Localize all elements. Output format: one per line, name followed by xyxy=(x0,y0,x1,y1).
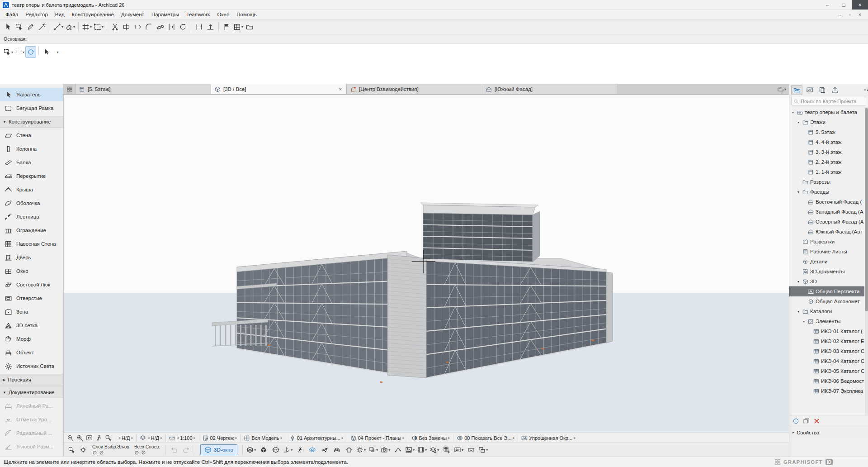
zoom-select-button[interactable] xyxy=(104,434,113,443)
chevron-right-icon[interactable]: ▸ xyxy=(513,436,514,440)
chevron-down-icon[interactable]: ▾ xyxy=(796,190,801,194)
tool-beam[interactable]: Балка xyxy=(0,156,63,169)
project-map-button[interactable] xyxy=(791,85,802,95)
tool-dim-radial[interactable]: Радиальный ... xyxy=(0,426,63,440)
view-option[interactable]: Без Замены▸ xyxy=(410,435,452,441)
tree-item[interactable]: ИКЭ-02 Каталог Е xyxy=(789,336,864,346)
tool-dim-angle[interactable]: Угловой Разм... xyxy=(0,440,63,453)
tree-scrollbar[interactable] xyxy=(865,107,868,415)
tool-slab[interactable]: Перекрытие xyxy=(0,169,63,183)
tree-item[interactable]: ▾3D xyxy=(789,276,864,286)
view-option[interactable]: 04 Проект - Планы▸ xyxy=(349,435,406,441)
menu-item-9[interactable]: Помощь xyxy=(233,12,260,17)
fill-tool-button[interactable]: ▾ xyxy=(64,21,76,33)
tree-item[interactable]: Детали xyxy=(789,257,864,267)
chevron-right-icon[interactable]: ▸ xyxy=(342,436,344,440)
marquee-cursor-button[interactable] xyxy=(14,21,25,33)
chevron-down-icon[interactable]: ▾ xyxy=(796,310,801,314)
tool-roof[interactable]: Крыша xyxy=(0,183,63,196)
chevron-right-icon[interactable]: ▸ xyxy=(448,436,450,440)
close-button[interactable]: × xyxy=(852,0,868,10)
zoom-select-button[interactable] xyxy=(66,444,77,456)
cube-wire-button[interactable]: ▾ xyxy=(246,444,257,456)
tool-dim-linear[interactable]: Линейный Ра... xyxy=(0,399,63,413)
walk-person-button[interactable] xyxy=(295,444,306,456)
snap-cursor-button[interactable] xyxy=(78,444,89,456)
chevron-down-icon[interactable]: ▾ xyxy=(796,280,801,284)
tool-skylight[interactable]: Световой Люк xyxy=(0,278,63,291)
trim-button[interactable] xyxy=(109,21,121,33)
chevron-down-icon[interactable]: ▾ xyxy=(796,120,801,124)
tree-item[interactable]: ИКЭ-06 Ведомост xyxy=(789,376,864,386)
mdi-restore-button[interactable]: ▫ xyxy=(845,12,854,17)
dim-ref-button[interactable] xyxy=(205,21,216,33)
tool-cursor[interactable]: Указатель xyxy=(0,88,63,101)
line-tool-button[interactable]: ▾ xyxy=(52,21,64,33)
delete-button[interactable] xyxy=(813,418,820,424)
menu-item-6[interactable]: Параметры xyxy=(148,12,183,17)
tab-2[interactable]: [3D / Все]× xyxy=(211,84,347,94)
fillet-button[interactable] xyxy=(143,21,155,33)
cursor-button[interactable] xyxy=(2,21,14,33)
tree-item[interactable]: Общая Аксономет xyxy=(789,296,864,306)
tool-wall[interactable]: Стена xyxy=(0,129,63,142)
menu-item-3[interactable]: Вид xyxy=(52,12,68,17)
tool-zone[interactable]: Зона xyxy=(0,305,63,319)
tool-column[interactable]: Колонна xyxy=(0,142,63,156)
tree-item[interactable]: 1. 1-й этаж xyxy=(789,167,864,177)
chevron-down-icon[interactable]: ▾ xyxy=(802,319,806,324)
zoom-in-button[interactable] xyxy=(75,434,85,443)
tool-opening[interactable]: Отверстие xyxy=(0,291,63,305)
chevron-right-icon[interactable]: ▸ xyxy=(131,436,133,440)
dim-grid-button[interactable] xyxy=(193,21,205,33)
align-button[interactable] xyxy=(166,21,177,33)
eye-view-button[interactable] xyxy=(307,444,318,456)
tool-marquee[interactable]: Бегущая Рамка xyxy=(0,101,63,115)
tool-object[interactable]: Объект xyxy=(0,346,63,359)
adjust-button[interactable] xyxy=(132,21,143,33)
search-input[interactable] xyxy=(801,99,864,104)
tool-dim-level[interactable]: Отметка Уро... xyxy=(0,413,63,426)
view-option[interactable]: 01 Архитектурны...▸ xyxy=(288,435,345,441)
cube-solid-button[interactable] xyxy=(258,444,269,456)
chevron-right-icon[interactable]: ▸ xyxy=(574,436,576,440)
undo-button[interactable] xyxy=(169,444,179,456)
pencil-button[interactable] xyxy=(25,21,36,33)
tab-1[interactable]: [5. 5этаж] xyxy=(75,84,211,94)
zoom-out-button[interactable] xyxy=(66,434,75,443)
3d-window-button[interactable]: 3D-окно xyxy=(200,444,237,455)
chevron-right-icon[interactable]: ▸ xyxy=(194,436,196,440)
tree-item[interactable]: Развертки xyxy=(789,237,864,247)
add-viewpoint-button[interactable] xyxy=(793,418,799,424)
tool-morph[interactable]: Морф xyxy=(0,332,63,346)
minimize-button[interactable]: – xyxy=(819,0,835,10)
menu-item-8[interactable]: Окно xyxy=(214,12,233,17)
view-option[interactable]: 00 Показать Все Э...▸ xyxy=(455,435,516,441)
marquee-button[interactable]: ▾ xyxy=(14,46,25,58)
tree-item[interactable]: 2. 2-й этаж xyxy=(789,157,864,167)
menu-item-1[interactable]: Файл xyxy=(2,12,22,17)
tree-item[interactable]: ИКЭ-04 Каталог С xyxy=(789,356,864,366)
grid-add-button[interactable] xyxy=(441,444,452,456)
tree-item[interactable]: ИКЭ-05 Каталог С xyxy=(789,366,864,376)
tab-list-button[interactable]: ▾ xyxy=(777,86,786,92)
tree-item[interactable]: ИКЭ-01 Каталог ( xyxy=(789,326,864,336)
tree-item[interactable]: 3. 3-й этаж xyxy=(789,147,864,157)
chevron-left-icon[interactable]: ◂ xyxy=(177,436,179,440)
properties-section[interactable]: ▸ Свойства xyxy=(789,427,868,438)
tree-item[interactable]: Общая Перспекти xyxy=(789,286,864,296)
chevron-left-icon[interactable]: ◂ xyxy=(118,436,120,440)
scrollbar-thumb[interactable] xyxy=(865,108,868,311)
toolbox-section[interactable]: ▶Проекция xyxy=(0,374,63,386)
tool-stair[interactable]: Лестница xyxy=(0,210,63,224)
film-button[interactable]: ▾ xyxy=(417,444,428,456)
tab-3[interactable]: [Центр Взаимодействия] xyxy=(347,84,482,94)
tool-light[interactable]: Источник Света xyxy=(0,359,63,373)
tool-door[interactable]: Дверь xyxy=(0,251,63,264)
close-tab-icon[interactable]: × xyxy=(338,86,343,92)
tree-item[interactable]: Южный Фасад (Авт xyxy=(789,227,864,237)
layout-book-button[interactable] xyxy=(816,85,828,95)
cursor-button[interactable] xyxy=(41,46,52,58)
mdi-close-button[interactable]: × xyxy=(855,12,864,17)
chevron-right-icon[interactable]: ▸ xyxy=(160,436,162,440)
